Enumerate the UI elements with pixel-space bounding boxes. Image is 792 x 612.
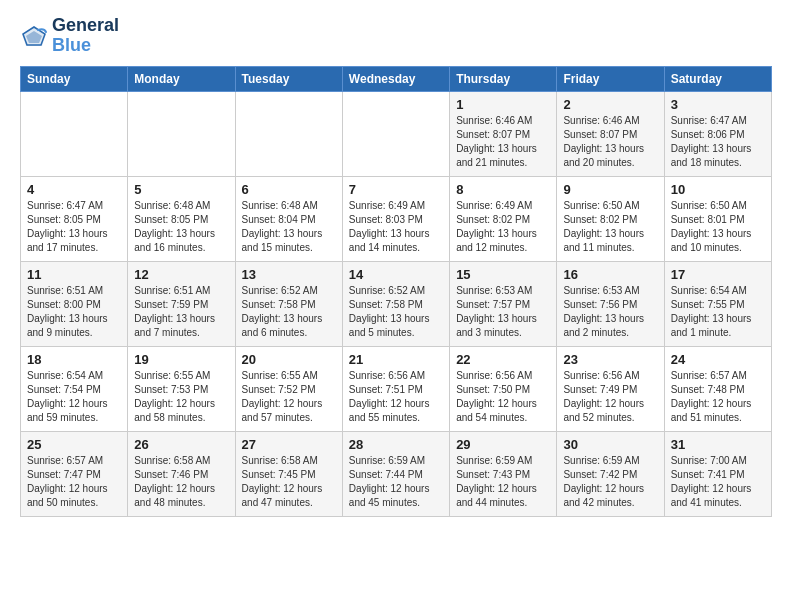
calendar-cell-28: 25Sunrise: 6:57 AM Sunset: 7:47 PM Dayli… (21, 431, 128, 516)
calendar-cell-31: 28Sunrise: 6:59 AM Sunset: 7:44 PM Dayli… (342, 431, 449, 516)
calendar-cell-9: 6Sunrise: 6:48 AM Sunset: 8:04 PM Daylig… (235, 176, 342, 261)
calendar-cell-24: 21Sunrise: 6:56 AM Sunset: 7:51 PM Dayli… (342, 346, 449, 431)
calendar-cell-2 (235, 91, 342, 176)
day-number: 5 (134, 182, 228, 197)
day-number: 27 (242, 437, 336, 452)
calendar-cell-4: 1Sunrise: 6:46 AM Sunset: 8:07 PM Daylig… (450, 91, 557, 176)
day-number: 14 (349, 267, 443, 282)
day-number: 12 (134, 267, 228, 282)
weekday-header-friday: Friday (557, 66, 664, 91)
logo-icon (20, 24, 48, 48)
day-info: Sunrise: 6:57 AM Sunset: 7:48 PM Dayligh… (671, 369, 765, 425)
day-info: Sunrise: 6:46 AM Sunset: 8:07 PM Dayligh… (456, 114, 550, 170)
calendar-cell-3 (342, 91, 449, 176)
calendar-cell-15: 12Sunrise: 6:51 AM Sunset: 7:59 PM Dayli… (128, 261, 235, 346)
day-info: Sunrise: 6:58 AM Sunset: 7:45 PM Dayligh… (242, 454, 336, 510)
day-number: 16 (563, 267, 657, 282)
day-info: Sunrise: 6:47 AM Sunset: 8:06 PM Dayligh… (671, 114, 765, 170)
page-header: General Blue (20, 16, 772, 56)
day-number: 22 (456, 352, 550, 367)
day-info: Sunrise: 6:51 AM Sunset: 8:00 PM Dayligh… (27, 284, 121, 340)
day-number: 15 (456, 267, 550, 282)
calendar-cell-29: 26Sunrise: 6:58 AM Sunset: 7:46 PM Dayli… (128, 431, 235, 516)
calendar-cell-22: 19Sunrise: 6:55 AM Sunset: 7:53 PM Dayli… (128, 346, 235, 431)
day-info: Sunrise: 6:53 AM Sunset: 7:56 PM Dayligh… (563, 284, 657, 340)
calendar-cell-6: 3Sunrise: 6:47 AM Sunset: 8:06 PM Daylig… (664, 91, 771, 176)
day-number: 7 (349, 182, 443, 197)
calendar-cell-16: 13Sunrise: 6:52 AM Sunset: 7:58 PM Dayli… (235, 261, 342, 346)
day-info: Sunrise: 6:56 AM Sunset: 7:49 PM Dayligh… (563, 369, 657, 425)
calendar-cell-23: 20Sunrise: 6:55 AM Sunset: 7:52 PM Dayli… (235, 346, 342, 431)
day-number: 8 (456, 182, 550, 197)
weekday-header-wednesday: Wednesday (342, 66, 449, 91)
day-info: Sunrise: 6:55 AM Sunset: 7:53 PM Dayligh… (134, 369, 228, 425)
day-info: Sunrise: 6:54 AM Sunset: 7:55 PM Dayligh… (671, 284, 765, 340)
calendar-cell-12: 9Sunrise: 6:50 AM Sunset: 8:02 PM Daylig… (557, 176, 664, 261)
calendar-cell-25: 22Sunrise: 6:56 AM Sunset: 7:50 PM Dayli… (450, 346, 557, 431)
day-number: 4 (27, 182, 121, 197)
day-number: 24 (671, 352, 765, 367)
calendar-cell-1 (128, 91, 235, 176)
day-number: 29 (456, 437, 550, 452)
day-info: Sunrise: 6:49 AM Sunset: 8:02 PM Dayligh… (456, 199, 550, 255)
calendar-cell-32: 29Sunrise: 6:59 AM Sunset: 7:43 PM Dayli… (450, 431, 557, 516)
day-info: Sunrise: 6:58 AM Sunset: 7:46 PM Dayligh… (134, 454, 228, 510)
day-number: 17 (671, 267, 765, 282)
logo: General Blue (20, 16, 119, 56)
weekday-header-tuesday: Tuesday (235, 66, 342, 91)
calendar-cell-13: 10Sunrise: 6:50 AM Sunset: 8:01 PM Dayli… (664, 176, 771, 261)
day-info: Sunrise: 6:51 AM Sunset: 7:59 PM Dayligh… (134, 284, 228, 340)
day-number: 10 (671, 182, 765, 197)
day-info: Sunrise: 6:59 AM Sunset: 7:44 PM Dayligh… (349, 454, 443, 510)
calendar-cell-17: 14Sunrise: 6:52 AM Sunset: 7:58 PM Dayli… (342, 261, 449, 346)
calendar-cell-8: 5Sunrise: 6:48 AM Sunset: 8:05 PM Daylig… (128, 176, 235, 261)
day-number: 19 (134, 352, 228, 367)
day-info: Sunrise: 6:50 AM Sunset: 8:02 PM Dayligh… (563, 199, 657, 255)
day-info: Sunrise: 6:59 AM Sunset: 7:43 PM Dayligh… (456, 454, 550, 510)
weekday-header-saturday: Saturday (664, 66, 771, 91)
day-number: 31 (671, 437, 765, 452)
calendar-cell-26: 23Sunrise: 6:56 AM Sunset: 7:49 PM Dayli… (557, 346, 664, 431)
day-info: Sunrise: 6:57 AM Sunset: 7:47 PM Dayligh… (27, 454, 121, 510)
day-number: 28 (349, 437, 443, 452)
day-number: 2 (563, 97, 657, 112)
calendar-cell-33: 30Sunrise: 6:59 AM Sunset: 7:42 PM Dayli… (557, 431, 664, 516)
day-info: Sunrise: 6:53 AM Sunset: 7:57 PM Dayligh… (456, 284, 550, 340)
day-number: 20 (242, 352, 336, 367)
calendar-cell-27: 24Sunrise: 6:57 AM Sunset: 7:48 PM Dayli… (664, 346, 771, 431)
day-number: 11 (27, 267, 121, 282)
day-info: Sunrise: 6:55 AM Sunset: 7:52 PM Dayligh… (242, 369, 336, 425)
day-info: Sunrise: 6:59 AM Sunset: 7:42 PM Dayligh… (563, 454, 657, 510)
day-number: 30 (563, 437, 657, 452)
calendar-cell-34: 31Sunrise: 7:00 AM Sunset: 7:41 PM Dayli… (664, 431, 771, 516)
day-number: 25 (27, 437, 121, 452)
day-info: Sunrise: 6:46 AM Sunset: 8:07 PM Dayligh… (563, 114, 657, 170)
weekday-header-thursday: Thursday (450, 66, 557, 91)
day-number: 13 (242, 267, 336, 282)
calendar-cell-21: 18Sunrise: 6:54 AM Sunset: 7:54 PM Dayli… (21, 346, 128, 431)
logo-text: General Blue (52, 16, 119, 56)
calendar-cell-7: 4Sunrise: 6:47 AM Sunset: 8:05 PM Daylig… (21, 176, 128, 261)
calendar-cell-20: 17Sunrise: 6:54 AM Sunset: 7:55 PM Dayli… (664, 261, 771, 346)
calendar-cell-5: 2Sunrise: 6:46 AM Sunset: 8:07 PM Daylig… (557, 91, 664, 176)
day-number: 21 (349, 352, 443, 367)
day-info: Sunrise: 6:48 AM Sunset: 8:05 PM Dayligh… (134, 199, 228, 255)
day-info: Sunrise: 6:54 AM Sunset: 7:54 PM Dayligh… (27, 369, 121, 425)
day-info: Sunrise: 6:56 AM Sunset: 7:51 PM Dayligh… (349, 369, 443, 425)
day-info: Sunrise: 6:48 AM Sunset: 8:04 PM Dayligh… (242, 199, 336, 255)
day-number: 1 (456, 97, 550, 112)
day-number: 9 (563, 182, 657, 197)
calendar-cell-0 (21, 91, 128, 176)
day-number: 6 (242, 182, 336, 197)
calendar-cell-18: 15Sunrise: 6:53 AM Sunset: 7:57 PM Dayli… (450, 261, 557, 346)
day-info: Sunrise: 6:47 AM Sunset: 8:05 PM Dayligh… (27, 199, 121, 255)
day-info: Sunrise: 6:49 AM Sunset: 8:03 PM Dayligh… (349, 199, 443, 255)
calendar-cell-10: 7Sunrise: 6:49 AM Sunset: 8:03 PM Daylig… (342, 176, 449, 261)
day-info: Sunrise: 6:50 AM Sunset: 8:01 PM Dayligh… (671, 199, 765, 255)
day-number: 18 (27, 352, 121, 367)
calendar-cell-14: 11Sunrise: 6:51 AM Sunset: 8:00 PM Dayli… (21, 261, 128, 346)
day-number: 3 (671, 97, 765, 112)
day-number: 23 (563, 352, 657, 367)
day-info: Sunrise: 6:56 AM Sunset: 7:50 PM Dayligh… (456, 369, 550, 425)
calendar-cell-30: 27Sunrise: 6:58 AM Sunset: 7:45 PM Dayli… (235, 431, 342, 516)
